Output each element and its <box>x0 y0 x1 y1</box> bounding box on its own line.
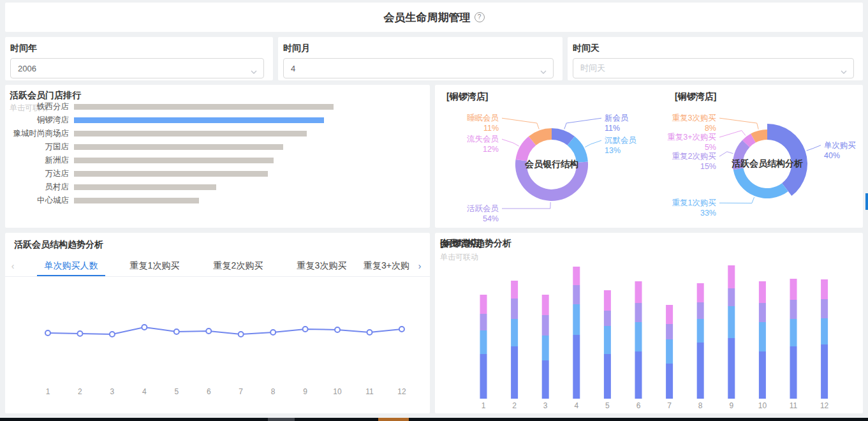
stacked-bar-segment[interactable] <box>511 346 518 399</box>
store-bar-row[interactable]: 铁西分店 <box>5 100 423 114</box>
stacked-bar-segment[interactable] <box>666 305 673 324</box>
stacked-bar-segment[interactable] <box>635 303 642 322</box>
stacked-bar-segment[interactable] <box>511 319 518 346</box>
taskbar-segment-gray <box>268 418 295 421</box>
store-bar-row[interactable]: 万达店 <box>5 167 423 181</box>
stacked-bar-segment[interactable] <box>790 279 797 300</box>
store-bar[interactable] <box>74 171 268 177</box>
donut-label: 睡眠会员11% <box>467 114 499 133</box>
donut-label-line <box>719 197 754 203</box>
stacked-bar-segment[interactable] <box>604 354 611 399</box>
line-point[interactable] <box>239 332 244 337</box>
store-bar-row[interactable]: 员村店 <box>5 181 423 194</box>
stacked-bar-segment[interactable] <box>728 288 735 306</box>
taskbar-segment-orange <box>378 418 409 421</box>
stacked-bar-segment[interactable] <box>573 267 580 285</box>
donut-segment[interactable] <box>733 168 788 198</box>
store-bar-row[interactable]: 豫城时尚商场店 <box>5 127 423 140</box>
stacked-bar-segment[interactable] <box>666 339 673 364</box>
stacked-bar-segment[interactable] <box>542 360 549 399</box>
filter-year-select[interactable]: 2006 <box>10 58 264 78</box>
stacked-bar-segment[interactable] <box>604 290 611 311</box>
store-bar-label: 铜锣湾店 <box>5 115 74 126</box>
store-bar-row[interactable]: 万国店 <box>5 140 423 154</box>
filter-month-select[interactable]: 4 <box>283 58 554 78</box>
stacked-bar-segment[interactable] <box>759 281 766 303</box>
donut-label-line <box>502 118 539 129</box>
help-icon[interactable]: ? <box>474 12 485 22</box>
stacked-bar-segment[interactable] <box>759 322 766 351</box>
stacked-bar-segment[interactable] <box>759 351 766 399</box>
stacked-bar-segment[interactable] <box>542 295 549 315</box>
store-bar[interactable] <box>74 198 199 203</box>
store-bar[interactable] <box>74 117 324 123</box>
x-axis-label: 9 <box>729 401 733 410</box>
stacked-bar-segment[interactable] <box>666 364 673 399</box>
store-bar[interactable] <box>74 104 334 110</box>
stacked-bar-segment[interactable] <box>728 265 735 288</box>
stacked-bar-segment[interactable] <box>542 336 549 360</box>
store-bar-row[interactable]: 中心城店 <box>5 194 423 207</box>
line-point[interactable] <box>45 330 50 336</box>
line-point[interactable] <box>174 329 179 334</box>
stacked-bar-segment[interactable] <box>480 295 487 314</box>
stacked-bar-segment[interactable] <box>573 285 580 304</box>
store-bar-track <box>74 158 423 163</box>
stacked-bar-segment[interactable] <box>480 314 487 330</box>
store-bar[interactable] <box>74 144 283 150</box>
stacked-bar-segment[interactable] <box>759 303 766 322</box>
store-bar-row[interactable]: 铜锣湾店 <box>5 114 423 127</box>
stacked-bar-segment[interactable] <box>790 319 797 346</box>
stacked-bar-segment[interactable] <box>635 351 642 399</box>
stacked-bar-segment[interactable] <box>604 326 611 354</box>
line-point[interactable] <box>399 327 404 332</box>
scrollbar-thumb[interactable] <box>865 193 868 210</box>
line-point[interactable] <box>110 332 115 337</box>
stacked-bar-segment[interactable] <box>604 311 611 326</box>
donut-label: 重复1次购买33% <box>672 198 716 218</box>
line-point[interactable] <box>335 327 340 332</box>
filter-year-label: 时间年 <box>10 43 273 54</box>
store-bar[interactable] <box>74 158 274 163</box>
stacked-bar-segment[interactable] <box>697 343 704 399</box>
store-bar[interactable] <box>74 184 216 190</box>
filter-day-select[interactable]: 时间天 <box>573 58 854 78</box>
stacked-bar-segment[interactable] <box>635 322 642 351</box>
stacked-bar-segment[interactable] <box>635 281 642 303</box>
line-point[interactable] <box>270 330 276 335</box>
stacked-bar-segment[interactable] <box>697 319 704 343</box>
stacked-bar-segment[interactable] <box>728 338 735 399</box>
line-point[interactable] <box>77 331 82 336</box>
x-axis-label: 8 <box>698 401 703 410</box>
line-point[interactable] <box>142 325 147 330</box>
stacked-bar-segment[interactable] <box>821 344 828 399</box>
stacked-bar-segment[interactable] <box>697 283 704 302</box>
stacked-bar-segment[interactable] <box>821 318 828 344</box>
donut-label-line <box>719 152 733 156</box>
stacked-bar-segment[interactable] <box>666 324 673 339</box>
stacked-bar-segment[interactable] <box>511 281 518 299</box>
stacked-bar-segment[interactable] <box>480 330 487 354</box>
stacked-bar-segment[interactable] <box>511 299 518 319</box>
store-ranking-panel: 活跃会员门店排行 单击可联动 铁西分店铜锣湾店豫城时尚商场店万国店新洲店万达店员… <box>5 85 430 228</box>
stacked-bar-segment[interactable] <box>480 354 487 399</box>
x-axis-label: 12 <box>820 401 829 410</box>
stacked-bar-panel: 会员结构趋势分析 [铜锣湾店] 单击可联动 123456789101112 <box>435 233 863 413</box>
store-bar-track <box>74 131 423 137</box>
trend-line-chart: 123456789101112 <box>5 233 430 413</box>
stacked-bar-segment[interactable] <box>821 279 828 299</box>
stacked-bar-segment[interactable] <box>728 306 735 338</box>
store-bar-row[interactable]: 新洲店 <box>5 154 423 167</box>
x-axis-label: 9 <box>303 387 307 396</box>
stacked-bar-segment[interactable] <box>573 335 580 399</box>
stacked-bar-segment[interactable] <box>790 300 797 319</box>
line-point[interactable] <box>206 329 211 334</box>
stacked-bar-segment[interactable] <box>573 304 580 335</box>
stacked-bar-segment[interactable] <box>790 346 797 399</box>
stacked-bar-segment[interactable] <box>697 302 704 319</box>
stacked-bar-segment[interactable] <box>542 315 549 336</box>
store-bar[interactable] <box>74 131 307 137</box>
stacked-bar-segment[interactable] <box>821 299 828 318</box>
line-point[interactable] <box>367 330 372 335</box>
line-point[interactable] <box>303 327 308 332</box>
